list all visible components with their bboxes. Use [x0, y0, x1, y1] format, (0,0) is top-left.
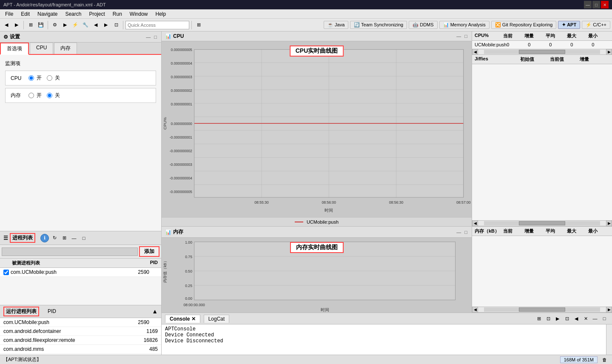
jiffies-scroll-right[interactable]: ▶	[606, 220, 612, 226]
jiffies-scroll-left[interactable]: ◀	[472, 220, 478, 226]
console-btn-2[interactable]: ⊡	[544, 314, 552, 323]
menu-edit[interactable]: Edit	[17, 10, 33, 18]
menu-search[interactable]: Search	[62, 10, 85, 18]
console-scrollbar[interactable]	[606, 324, 612, 355]
title-text: APT - Andoir/res/layout/fragment_main.xm…	[3, 2, 106, 7]
toolbar-btn-3[interactable]: ⊞	[26, 20, 35, 30]
perspective-ddms[interactable]: 🤖 DDMS	[409, 21, 437, 29]
tab-memory[interactable]: 内存	[54, 43, 77, 54]
perspective-memory[interactable]: 📊 Memory Analysis	[439, 21, 490, 29]
toolbar-btn-1[interactable]: ◀	[2, 20, 11, 30]
process-header: ☰ 进程列表 ℹ ↻ ⊞ — □	[0, 231, 161, 245]
toolbar-btn-10[interactable]: ▶	[101, 20, 111, 30]
memory-scrollbar[interactable]: ◀ ▶	[472, 307, 612, 313]
mem-col-name: 内存（kB）	[475, 228, 503, 234]
perspective-cpp[interactable]: ⚡ C/C++	[582, 21, 610, 29]
cpu-sidebar-row-1: UCMobile:push 0 0 0 0 0	[472, 41, 612, 49]
memory-scroll-left[interactable]: ◀	[472, 307, 478, 313]
monitor-section-title: 监测项	[5, 60, 156, 67]
console-max-btn[interactable]: □	[600, 314, 609, 323]
toolbar-btn-6[interactable]: ▶	[60, 20, 70, 30]
toolbar-btn-11[interactable]: ⊡	[111, 20, 121, 30]
process-min-btn[interactable]: —	[70, 234, 78, 242]
maximize-btn[interactable]: □	[592, 1, 600, 9]
jiffies-col-name: Jiffies	[475, 56, 520, 63]
memory-chart-real-title: 内存实时曲线图	[290, 242, 344, 253]
tab-cpu[interactable]: CPU	[30, 43, 53, 54]
perspective-team[interactable]: 🔄 Team Synchronizing	[350, 21, 407, 29]
menu-navigate[interactable]: Navigate	[34, 10, 61, 18]
title-bar: APT - Andoir/res/layout/fragment_main.xm…	[0, 0, 612, 9]
cpu-chart-close-btn[interactable]: □	[464, 34, 468, 39]
console-min-btn[interactable]: —	[591, 314, 599, 323]
memory-radio-off-input[interactable]	[47, 93, 52, 98]
toolbar-icon-btn[interactable]: ⊞	[194, 20, 203, 30]
console-tab[interactable]: Console ✕	[165, 315, 200, 323]
console-btn-4[interactable]: ⊡	[563, 314, 571, 323]
toolbar-btn-8[interactable]: 🔧	[81, 20, 90, 30]
logcat-tab[interactable]: LogCat	[204, 315, 230, 323]
menu-run[interactable]: Run	[109, 10, 125, 18]
running-name-4: com.android.mms	[3, 346, 132, 352]
menu-project[interactable]: Project	[85, 10, 108, 18]
memory-scroll-right[interactable]: ▶	[606, 307, 612, 313]
add-process-btn[interactable]: 添加	[139, 246, 159, 257]
perspective-java[interactable]: ☕ Java	[324, 21, 348, 29]
perspective-apt[interactable]: ✦ APT	[558, 21, 580, 29]
cpu-radio-off-input[interactable]	[47, 75, 52, 81]
process-search-input[interactable]	[2, 247, 138, 256]
cpu-radio-on-input[interactable]	[28, 75, 34, 81]
menu-file[interactable]: File	[2, 10, 17, 18]
tab-preferences[interactable]: 首选项	[0, 43, 29, 55]
process-checkbox[interactable]	[3, 270, 9, 275]
toolbar-sep-4	[191, 21, 192, 29]
running-scroll-btn[interactable]: ▲	[152, 308, 158, 315]
jiffies-header: Jiffies 初始值 当前值 增量	[472, 55, 612, 64]
menu-help[interactable]: Help	[152, 10, 170, 18]
memory-monitor-item: 内存 开 关	[5, 88, 156, 103]
toolbar-btn-2[interactable]: ▶	[12, 20, 21, 30]
running-pid-2: 1169	[132, 328, 158, 334]
settings-min-btn[interactable]: —	[145, 34, 151, 40]
minimize-btn[interactable]: —	[584, 1, 592, 9]
process-list: com.UCMobile:push 2590	[0, 268, 161, 305]
jiffies-scroll-thumb[interactable]	[519, 221, 565, 225]
process-info-btn[interactable]: ℹ	[40, 234, 49, 242]
memory-radio-on-input[interactable]	[28, 93, 34, 98]
close-btn[interactable]: ✕	[601, 1, 609, 9]
menu-window[interactable]: Window	[126, 10, 151, 18]
console-btn-6[interactable]: ✕	[581, 314, 590, 323]
toolbar-btn-7[interactable]: ⚡	[71, 20, 80, 30]
cpu-chart-title: CPU	[173, 33, 184, 39]
console-btn-5[interactable]: ◀	[572, 314, 581, 323]
mem-col-current: 当前	[503, 228, 524, 234]
cpu-scroll-thumb[interactable]	[519, 50, 565, 54]
cpu-col-max: 最大	[567, 33, 588, 39]
memory-chart-min-btn[interactable]: —	[455, 230, 462, 235]
toolbar-btn-9[interactable]: ◀	[91, 20, 100, 30]
memory-radio-on: 开	[28, 92, 42, 99]
console-btn-3[interactable]: ▶	[553, 314, 562, 323]
jiffies-scrollbar[interactable]: ◀ ▶	[472, 220, 612, 226]
console-btn-1[interactable]: ⊞	[535, 314, 543, 323]
process-name: com.UCMobile:push	[11, 269, 124, 275]
cpu-scrollbar[interactable]: ◀ ▶	[472, 49, 612, 55]
process-max-btn[interactable]: □	[80, 234, 88, 242]
cpu-scroll-left[interactable]: ◀	[472, 49, 478, 55]
quick-access-input[interactable]	[125, 21, 189, 29]
status-trash-btn[interactable]: 🗑	[600, 355, 609, 364]
cpu-row-min: 0	[592, 42, 612, 47]
cpu-chart-min-btn[interactable]: —	[455, 34, 462, 39]
settings-close-btn[interactable]: □	[153, 34, 158, 40]
toolbar-btn-5[interactable]: ⚙	[50, 20, 60, 30]
memory-chart-close-btn[interactable]: □	[464, 230, 468, 235]
perspective-git[interactable]: 🔀 Git Repository Exploring	[491, 21, 557, 29]
toolbar-btn-4[interactable]: 💾	[36, 20, 46, 30]
svg-text:0.000000004: 0.000000004	[171, 61, 193, 65]
memory-scroll-thumb[interactable]	[519, 307, 565, 312]
cpu-scroll-right[interactable]: ▶	[606, 49, 612, 55]
cpu-chart-header: 📊 CPU — □	[162, 31, 472, 41]
process-filter-btn[interactable]: ⊞	[60, 234, 68, 242]
jiffies-section: Jiffies 初始值 当前值 增量	[472, 55, 612, 220]
process-refresh-btn[interactable]: ↻	[50, 234, 59, 242]
